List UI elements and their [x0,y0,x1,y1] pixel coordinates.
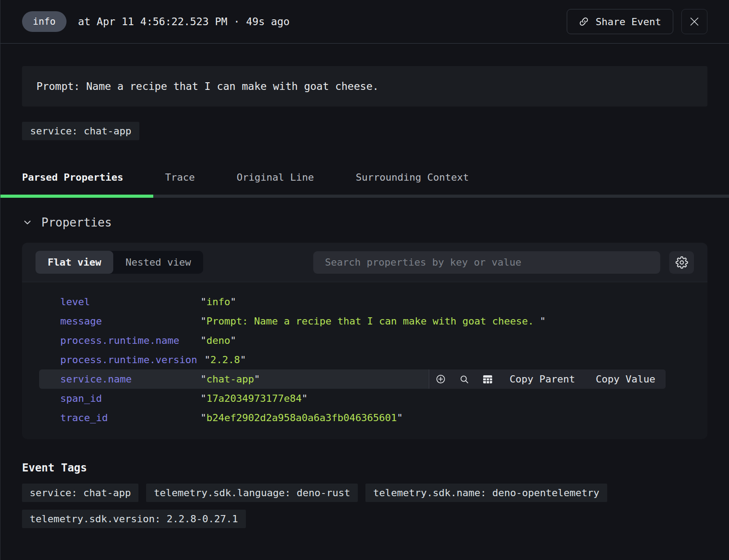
properties-section-header[interactable]: Properties [22,216,707,229]
property-key: message [60,316,193,327]
search-value-icon [459,374,469,384]
top-bar: info at Apr 11 4:56:22.523 PM · 49s ago … [0,0,729,44]
event-message-preview: Prompt: Name a recipe that I can make wi… [22,66,707,107]
properties-panel: Flat view Nested view level"info"message… [22,243,707,439]
property-value: "chat-app" [200,373,429,385]
event-tag[interactable]: telemetry.sdk.language: deno-rust [146,484,358,502]
copy-value-button[interactable]: Copy Value [586,369,666,389]
flat-view-button[interactable]: Flat view [36,251,113,274]
property-row[interactable]: trace_id"b24ef2902d2a958a0a6a3fb04636560… [22,408,707,427]
search-value-button[interactable] [453,369,476,389]
property-key: level [60,296,193,307]
property-row[interactable]: service.name"chat-app"Copy ParentCopy Va… [39,369,666,389]
active-tab-indicator [0,195,153,198]
event-tag[interactable]: service: chat-app [22,484,138,502]
property-value: "17a2034973177e84" [200,393,666,404]
property-value: "info" [200,296,666,307]
properties-section-title: Properties [41,216,112,229]
event-tag[interactable]: telemetry.sdk.name: deno-opentelemetry [365,484,607,502]
property-key: process.runtime.version [60,354,197,365]
nested-view-button[interactable]: Nested view [113,251,203,274]
add-filter-icon [436,374,446,384]
properties-toolbar: Flat view Nested view [22,243,707,282]
property-value: "b24ef2902d2a958a0a6a3fb046365601" [200,412,666,423]
tab-surrounding-context[interactable]: Surrounding Context [356,162,469,195]
property-row[interactable]: span_id"17a2034973177e84" [22,389,707,408]
log-level-badge: info [22,11,67,32]
tab-bar: Parsed PropertiesTraceOriginal LineSurro… [0,162,729,195]
property-value: "2.2.8" [204,354,666,365]
group-by-button[interactable] [476,369,499,389]
detail-tabs: Parsed PropertiesTraceOriginal LineSurro… [0,162,729,198]
property-row[interactable]: process.runtime.version"2.2.8" [22,350,707,369]
event-tags-title: Event Tags [22,462,707,474]
property-row[interactable]: level"info" [22,292,707,311]
close-button[interactable] [681,9,707,34]
properties-settings-button[interactable] [669,251,694,274]
property-key: service.name [60,373,193,385]
properties-table: level"info"message"Prompt: Name a recipe… [22,282,707,439]
event-tag-list: service: chat-apptelemetry.sdk.language:… [22,484,674,528]
service-tag[interactable]: service: chat-app [22,122,139,140]
share-event-label: Share Event [596,16,661,27]
gear-icon [676,256,688,269]
tab-trace[interactable]: Trace [165,162,195,195]
property-key: trace_id [60,412,193,423]
property-row[interactable]: message"Prompt: Name a recipe that I can… [22,311,707,331]
event-timestamp: at Apr 11 4:56:22.523 PM · 49s ago [78,16,290,27]
event-detail-panel: info at Apr 11 4:56:22.523 PM · 49s ago … [0,0,729,560]
search-properties-input[interactable] [313,251,660,274]
event-tag[interactable]: telemetry.sdk.version: 2.2.8-0.27.1 [22,510,246,528]
property-key: span_id [60,393,193,404]
property-value: "deno" [200,335,666,346]
tab-parsed-properties[interactable]: Parsed Properties [22,162,123,195]
tab-underline-track [0,195,729,198]
add-filter-button[interactable] [429,369,453,389]
property-key: process.runtime.name [60,335,193,346]
property-row[interactable]: process.runtime.name"deno" [22,331,707,350]
property-value: "Prompt: Name a recipe that I can make w… [200,316,666,327]
chevron-down-icon [22,217,33,228]
copy-parent-button[interactable]: Copy Parent [499,369,586,389]
tab-original-line[interactable]: Original Line [236,162,314,195]
close-icon [689,16,700,27]
link-icon [579,17,589,27]
row-actions-toolbar: Copy ParentCopy Value [429,369,666,389]
view-toggle: Flat view Nested view [36,251,203,274]
group-by-icon [483,375,493,384]
share-event-button[interactable]: Share Event [567,9,673,34]
